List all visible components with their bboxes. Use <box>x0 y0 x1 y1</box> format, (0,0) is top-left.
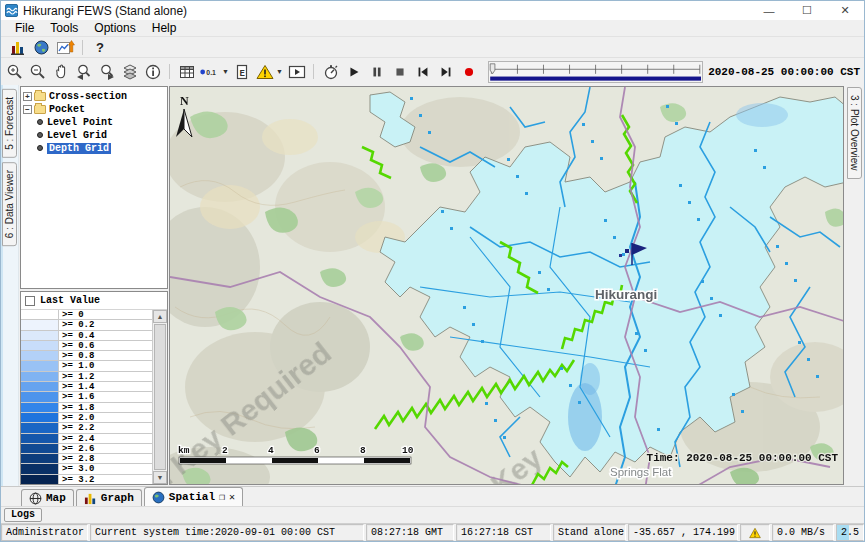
legend-color-swatch <box>21 382 59 391</box>
map-display-icon[interactable] <box>29 38 53 57</box>
legend-scrollbar[interactable]: ▲ ▼ <box>153 310 167 484</box>
node-bullet-icon <box>37 132 43 138</box>
grid-display-icon[interactable] <box>175 61 198 83</box>
pan-icon[interactable] <box>49 61 72 83</box>
legend-row[interactable]: >= 1.2 <box>21 372 152 382</box>
skip-to-end-icon[interactable] <box>434 61 457 83</box>
status-system-time: Current system time:2020-09-01 00:00 CST <box>90 524 364 541</box>
tab-data-viewer[interactable]: 6 : Data Viewer <box>2 162 17 246</box>
legend-row[interactable]: >= 1.8 <box>21 403 152 413</box>
app-icon <box>5 4 18 17</box>
zoom-in-icon[interactable] <box>3 61 26 83</box>
info-icon[interactable] <box>141 61 164 83</box>
legend-color-swatch <box>21 413 59 422</box>
legend-row[interactable]: >= 0.6 <box>21 341 152 351</box>
close-button[interactable]: ✕ <box>826 2 864 20</box>
timeline-span-bar <box>490 76 701 80</box>
legend-row[interactable]: >= 2.6 <box>21 444 152 454</box>
legend-threshold-label: >= 2.4 <box>59 434 152 443</box>
layers-icon[interactable] <box>118 61 141 83</box>
tree-item-level-point[interactable]: Level Point <box>23 116 165 128</box>
legend-color-swatch <box>21 361 59 370</box>
legend-color-swatch <box>21 454 59 463</box>
legend-row[interactable]: >= 1.0 <box>21 361 152 371</box>
map-canvas[interactable]: API Key Required API Key Required <box>169 86 844 485</box>
maximize-button[interactable]: ☐ <box>788 2 826 20</box>
map-toolbar-row: 0.1 ▼ E ▼ <box>1 58 864 85</box>
toolbar-separator <box>313 64 314 79</box>
legend-panel-icon[interactable]: E <box>230 61 253 83</box>
place-label: Springs Flat <box>610 466 672 478</box>
explorer-icon[interactable] <box>5 38 29 57</box>
legend-row[interactable]: >= 0.4 <box>21 331 152 341</box>
tab-spatial[interactable]: Spatial ❐ ✕ <box>144 487 243 506</box>
tree-item-level-grid[interactable]: Level Grid <box>23 129 165 141</box>
tab-maximize-icon[interactable]: ❐ <box>219 491 225 503</box>
legend-color-swatch <box>21 423 59 432</box>
warnings-icon[interactable]: ▼ <box>253 61 285 83</box>
timeseries-dialog-icon[interactable] <box>53 38 77 57</box>
legend-threshold-label: >= 1.2 <box>59 372 152 381</box>
map-time-label: Time: 2020-08-25 00:00:00 CST <box>647 452 839 464</box>
svg-text:8: 8 <box>360 445 366 456</box>
point-label-icon[interactable]: 0.1 ▼ <box>198 61 230 83</box>
legend-row[interactable]: >= 0 <box>21 310 152 320</box>
svg-text:0.1: 0.1 <box>206 68 216 75</box>
zoom-previous-icon[interactable] <box>72 61 95 83</box>
legend-list: >= 0>= 0.2>= 0.4>= 0.6>= 0.8>= 1.0>= 1.2… <box>21 310 153 484</box>
legend-row[interactable]: >= 1.6 <box>21 392 152 402</box>
legend-color-swatch <box>21 475 59 484</box>
tab-plot-overview[interactable]: 3 : Plot Overview <box>847 87 862 179</box>
svg-text:km: km <box>178 445 190 456</box>
menu-tools[interactable]: Tools <box>42 20 86 36</box>
legend-row[interactable]: >= 0.8 <box>21 351 152 361</box>
record-icon[interactable] <box>457 61 480 83</box>
dropdown-caret-icon: ▼ <box>222 68 229 75</box>
stop-icon[interactable] <box>388 61 411 83</box>
tab-close-icon[interactable]: ✕ <box>229 491 235 503</box>
logs-button[interactable]: Logs <box>4 508 42 522</box>
play-icon[interactable] <box>342 61 365 83</box>
tab-map[interactable]: Map <box>21 489 74 506</box>
tab-forecast[interactable]: 5 : Forecast <box>2 89 17 158</box>
tree-item-cross-section[interactable]: + Cross-section <box>23 90 165 102</box>
svg-text:10: 10 <box>402 445 414 456</box>
legend-row[interactable]: >= 2.8 <box>21 454 152 464</box>
help-icon[interactable]: ? <box>88 38 112 57</box>
tree-item-pocket[interactable]: − Pocket <box>23 103 165 115</box>
legend-row[interactable]: >= 3.0 <box>21 464 152 474</box>
legend-row[interactable]: >= 2.4 <box>21 434 152 444</box>
legend-row[interactable]: >= 1.4 <box>21 382 152 392</box>
menu-file[interactable]: File <box>7 20 42 36</box>
zoom-out-icon[interactable] <box>26 61 49 83</box>
pause-icon[interactable] <box>365 61 388 83</box>
legend-row[interactable]: >= 2.2 <box>21 423 152 433</box>
zoom-next-icon[interactable] <box>95 61 118 83</box>
toolbar-separator <box>169 64 170 79</box>
animation-speed-icon[interactable] <box>319 61 342 83</box>
node-bullet-icon <box>37 145 43 151</box>
legend-threshold-label: >= 0.2 <box>59 320 152 329</box>
menu-help[interactable]: Help <box>144 20 185 36</box>
last-value-checkbox[interactable] <box>25 296 35 306</box>
minimize-button[interactable]: — <box>750 2 788 20</box>
svg-text:4: 4 <box>268 445 274 456</box>
scroll-up-icon[interactable]: ▲ <box>153 310 167 323</box>
scale-bar-segments <box>179 457 411 464</box>
window-title: Hikurangi FEWS (Stand alone) <box>23 4 187 18</box>
collapse-icon[interactable]: − <box>23 105 32 114</box>
time-slider[interactable] <box>488 61 703 83</box>
menu-options[interactable]: Options <box>86 20 143 36</box>
skip-to-start-icon[interactable] <box>411 61 434 83</box>
status-warning[interactable] <box>740 524 770 541</box>
animation-panel-icon[interactable] <box>285 61 308 83</box>
scroll-down-icon[interactable]: ▼ <box>153 471 167 484</box>
tab-graph[interactable]: Graph <box>76 489 142 506</box>
tree-item-depth-grid[interactable]: Depth Grid <box>23 142 165 154</box>
expand-icon[interactable]: + <box>23 92 32 101</box>
scroll-thumb[interactable] <box>154 324 166 470</box>
legend-row[interactable]: >= 3.2 <box>21 475 152 484</box>
legend-row[interactable]: >= 0.2 <box>21 320 152 330</box>
legend-row[interactable]: >= 2.0 <box>21 413 152 423</box>
node-bullet-icon <box>37 119 43 125</box>
